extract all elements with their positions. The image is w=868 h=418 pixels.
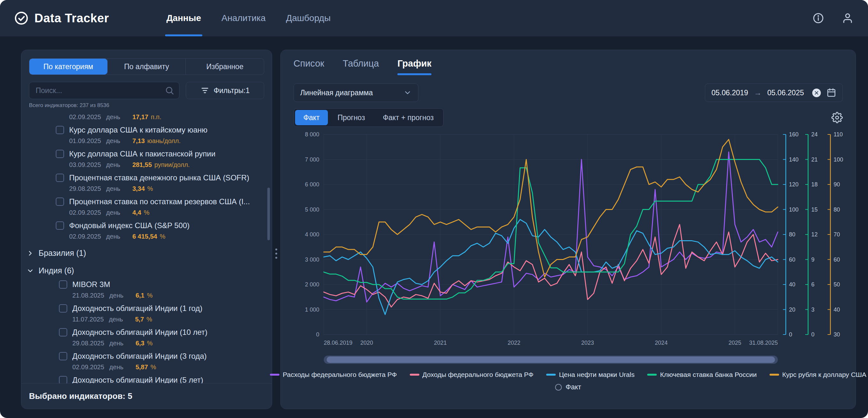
legend-item[interactable]: Курс рубля к доллару США — [770, 371, 866, 379]
svg-text:21: 21 — [811, 156, 818, 163]
indicator-unit: % — [147, 315, 152, 323]
indicator-unit: юань/долл. — [147, 137, 180, 145]
indicator-item[interactable]: Доходность облигаций Индии (1 год)11.07.… — [21, 303, 266, 323]
indicator-period: день — [109, 315, 123, 323]
indicator-period: день — [106, 113, 120, 121]
tab-favorites[interactable]: Избранное — [185, 59, 264, 74]
indicator-item[interactable]: Доходность облигаций Индии (5 лет) — [21, 375, 266, 383]
svg-text:28.06.2019: 28.06.2019 — [324, 340, 352, 346]
svg-text:12: 12 — [811, 231, 818, 238]
selected-indicators-count: Выбрано индикаторов: 5 — [21, 383, 272, 409]
indicator-item[interactable]: Доходность облигаций Индии (3 года)02.09… — [21, 351, 266, 371]
svg-text:0: 0 — [316, 331, 319, 338]
legend-label: Ключевая ставка банка России — [660, 371, 756, 379]
calendar-icon[interactable] — [827, 88, 836, 97]
legend-item[interactable]: Доходы федерального бюджета РФ — [410, 371, 534, 379]
chart-type-select[interactable]: Линейная диаграмма — [293, 84, 418, 102]
svg-text:40: 40 — [834, 307, 840, 313]
indicator-value: 3,34 — [132, 185, 145, 193]
indicator-item[interactable]: Фондовый индекс США (S&P 500)02.09.2025д… — [21, 221, 266, 240]
indicator-item[interactable]: Процентная ставка по остаткам резервов С… — [21, 197, 266, 217]
date-from: 05.06.2019 — [712, 89, 748, 97]
indicator-meta: 11.07.2025день5,7% — [72, 315, 266, 323]
svg-text:60: 60 — [789, 256, 795, 263]
mode-fact-forecast[interactable]: Факт + прогноз — [374, 110, 442, 125]
svg-text:110: 110 — [834, 131, 843, 138]
chart-legend: Расходы федерального бюджета РФДоходы фе… — [293, 371, 843, 379]
indicator-period: день — [106, 161, 120, 169]
topbar-icons — [812, 12, 854, 25]
indicator-period: день — [106, 208, 120, 217]
clear-date-button[interactable] — [812, 89, 821, 97]
chart-range-scrollbar[interactable] — [324, 356, 778, 364]
legend-item[interactable]: Расходы федерального бюджета РФ — [270, 371, 397, 379]
indicator-unit: % — [147, 291, 153, 299]
indicator-value: 6 415,54 — [132, 232, 157, 240]
radio-circle-icon[interactable] — [555, 384, 562, 391]
mode-row: Факт Прогноз Факт + прогноз — [293, 108, 843, 127]
legend-item[interactable]: Ключевая ставка банка России — [647, 371, 756, 379]
indicator-date: 03.09.2025 — [69, 161, 101, 169]
list-scrollbar[interactable] — [267, 188, 270, 240]
indicator-title: Доходность облигаций Индии (5 лет) — [72, 375, 203, 383]
indicator-title: Курс доллара США к пакистанской рупии — [69, 149, 215, 159]
indicator-item[interactable]: Курс доллара США к пакистанской рупии03.… — [21, 149, 266, 169]
svg-text:2023: 2023 — [581, 340, 594, 346]
category-row[interactable]: Индия (6) — [21, 262, 266, 280]
panel-resize-handle[interactable] — [273, 249, 279, 259]
date-range-picker[interactable]: 05.06.2019 → 05.06.2025 — [705, 84, 843, 102]
indicator-period: день — [109, 291, 123, 299]
category-row[interactable]: Бразилия (1) — [21, 244, 266, 262]
info-icon[interactable] — [812, 12, 825, 25]
tab-list[interactable]: Список — [293, 58, 324, 75]
svg-text:120: 120 — [789, 181, 799, 188]
indicator-period: день — [106, 185, 120, 193]
mode-fact[interactable]: Факт — [295, 110, 328, 125]
search-input[interactable] — [29, 82, 179, 99]
indicator-item[interactable]: MIBOR 3M21.08.2025день6,1% — [21, 280, 266, 299]
chevron-right-icon — [26, 250, 34, 257]
indicator-title: MIBOR 3M — [72, 280, 110, 290]
tab-chart[interactable]: График — [397, 58, 431, 75]
nav-dashboards[interactable]: Дашборды — [286, 0, 331, 36]
mode-forecast[interactable]: Прогноз — [329, 110, 373, 125]
nav-data[interactable]: Данные — [166, 0, 201, 36]
indicator-checkbox[interactable] — [59, 280, 67, 289]
topbar: Data Tracker Данные Аналитика Дашборды — [0, 0, 868, 36]
indicator-item[interactable]: 02.09.2025день17,17п.п. — [21, 113, 266, 121]
indicator-checkbox[interactable] — [56, 150, 64, 158]
filters-button[interactable]: Фильтры:1 — [186, 82, 264, 99]
chart-scrollbar-thumb[interactable] — [327, 356, 775, 363]
svg-text:2021: 2021 — [434, 340, 447, 346]
indicator-checkbox[interactable] — [56, 126, 64, 134]
svg-text:2024: 2024 — [655, 340, 668, 346]
fact-radio[interactable]: Факт — [293, 383, 843, 391]
indicator-item[interactable]: Процентная ставка денежного рынка США (S… — [21, 173, 266, 193]
tab-table[interactable]: Таблица — [343, 58, 379, 75]
indicator-checkbox[interactable] — [56, 221, 64, 230]
indicator-item[interactable]: Доходность облигаций Индии (10 лет)29.08… — [21, 327, 266, 347]
category-label: Индия (6) — [38, 266, 74, 275]
legend-swatch — [270, 374, 279, 376]
indicator-checkbox[interactable] — [56, 197, 64, 206]
legend-item[interactable]: Цена нефти марки Urals — [546, 371, 634, 379]
indicator-checkbox[interactable] — [59, 352, 67, 360]
indicator-checkbox[interactable] — [59, 304, 67, 313]
indicators-counter: Всего индикаторов: 237 из 8536 — [29, 102, 264, 109]
tab-by-category[interactable]: По категориям — [29, 59, 107, 74]
indicator-checkbox[interactable] — [56, 174, 64, 182]
user-icon[interactable] — [841, 12, 854, 25]
nav-analytics[interactable]: Аналитика — [221, 0, 266, 36]
indicator-date: 11.07.2025 — [72, 315, 104, 323]
tab-alphabetical[interactable]: По алфавиту — [107, 59, 186, 74]
indicator-checkbox[interactable] — [59, 328, 67, 336]
search-box — [29, 82, 179, 99]
indicator-title: Процентная ставка по остаткам резервов С… — [69, 197, 250, 207]
date-to: 05.06.2025 — [767, 89, 804, 97]
chevron-down-icon — [403, 89, 412, 97]
sidebar-panel: По категориям По алфавиту Избранное — [21, 50, 272, 409]
indicator-title: Доходность облигаций Индии (1 год) — [72, 303, 202, 314]
indicator-checkbox[interactable] — [59, 376, 67, 383]
settings-gear-icon[interactable] — [831, 112, 843, 123]
indicator-item[interactable]: Курс доллара США к китайскому юаню01.09.… — [21, 125, 266, 145]
